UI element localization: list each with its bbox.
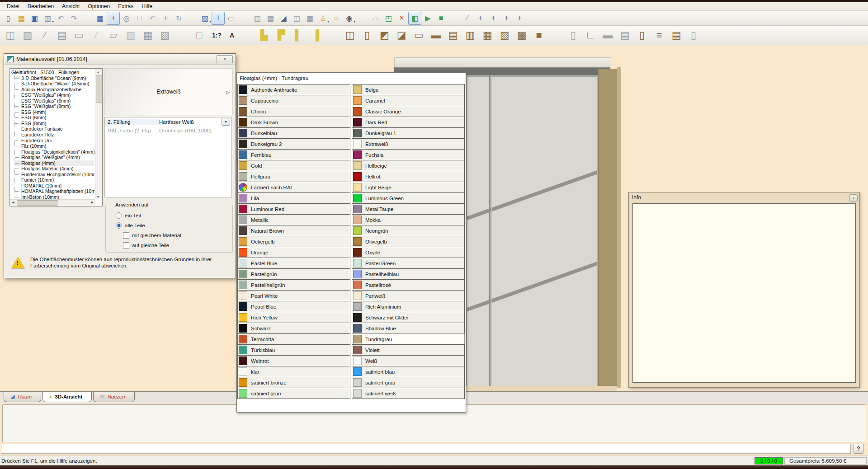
scroll-up-icon[interactable]: ▲ — [95, 69, 101, 75]
toolbar-button[interactable]: ■ — [434, 12, 448, 25]
color-option[interactable]: klar — [237, 366, 350, 377]
toolbar-button[interactable]: ♙ ▾ — [316, 12, 330, 25]
toolbar-button[interactable]: + — [159, 12, 172, 25]
color-option[interactable]: Authentic Anthracite — [237, 84, 350, 95]
color-option[interactable]: Neongrün — [352, 225, 465, 236]
color-option[interactable]: Gold — [237, 160, 350, 171]
tree-item[interactable]: ESG (4mm) — [14, 109, 94, 115]
color-option[interactable]: Dark Brown — [237, 117, 350, 128]
toolbar-button[interactable]: ▧ — [496, 27, 513, 44]
color-option[interactable]: Luminous Red — [237, 203, 350, 215]
color-option[interactable]: Dunkelblau — [237, 127, 350, 139]
tree-horizontal-scrollbar[interactable]: ◀ ▶ — [10, 199, 95, 206]
color-option[interactable]: Orange — [237, 247, 350, 258]
wardrobe-sliding-doors[interactable] — [466, 75, 599, 386]
color-option[interactable]: satiniert bronze — [237, 377, 350, 388]
toolbar-button[interactable]: ▨ — [19, 27, 36, 44]
wardrobe-side-panel[interactable] — [598, 69, 618, 387]
toolbar-button[interactable]: ↷ — [67, 12, 80, 25]
color-option[interactable]: Tundragrau — [352, 333, 465, 345]
toolbar-button[interactable]: ↻ — [172, 12, 185, 25]
toolbar-button[interactable]: ◩ — [376, 27, 393, 44]
toolbar-button[interactable]: + — [513, 12, 526, 25]
color-option[interactable]: Shadow Blue — [352, 323, 465, 334]
toolbar-button[interactable]: ∕ — [461, 12, 474, 25]
material-preview[interactable]: Extraweiß ▷ — [104, 68, 233, 115]
menu-item[interactable]: Datei — [3, 3, 24, 10]
color-option[interactable]: Weinrot — [237, 355, 350, 366]
color-option[interactable]: Rich Yellow — [237, 312, 350, 323]
toolbar-button[interactable]: ▧ — [156, 27, 174, 44]
toolbar-button[interactable]: ▯ — [359, 27, 376, 44]
dropdown-arrow-icon[interactable]: ▾ — [354, 19, 355, 23]
toolbar-button[interactable]: ◫ — [2, 27, 19, 44]
property-value[interactable]: Hartfaser Weiß — [159, 119, 222, 125]
tree-item[interactable]: Furnier (10mm) — [14, 177, 94, 183]
toolbar-button[interactable]: ▤ — [616, 27, 633, 44]
toolbar-button[interactable]: ▶ — [421, 12, 434, 25]
toolbar-button[interactable]: 1:? — [208, 27, 226, 44]
color-option[interactable]: Petrol Blue — [237, 301, 350, 312]
toolbar-button[interactable]: ∕ — [88, 27, 105, 44]
tree-item[interactable]: Floatglas "Weißglas" (4mm) — [14, 155, 94, 160]
toolbar-button[interactable]: ▐ — [307, 27, 324, 44]
toolbar-button[interactable]: ∟ — [582, 27, 599, 44]
dropdown-arrow-icon[interactable]: ▾ — [327, 19, 329, 23]
color-option[interactable]: Dark Red — [352, 117, 465, 128]
view-tab[interactable]: ◪ Raum — [4, 392, 41, 402]
color-option[interactable]: Hellrot — [352, 171, 465, 182]
toolbar-button[interactable]: □ — [133, 12, 146, 25]
toolbar-button[interactable]: ▬ — [427, 27, 444, 44]
toolbar-button[interactable] — [324, 27, 341, 44]
toolbar-button[interactable]: ∕ — [36, 27, 53, 44]
scrollbar-thumb[interactable] — [17, 200, 58, 206]
view-tab[interactable]: ▤ Notizen — [93, 392, 134, 402]
scroll-right-icon[interactable]: ▶ — [90, 200, 95, 205]
checkbox-row[interactable]: mit gleichem Material — [123, 232, 227, 239]
color-option[interactable]: Mokka — [352, 214, 465, 225]
color-option[interactable]: Violett — [352, 344, 465, 356]
color-option[interactable]: Pastellrosé — [352, 279, 465, 291]
color-option[interactable]: Weiß — [352, 355, 465, 366]
tree-item[interactable]: HOMAPAL (10mm) — [14, 183, 94, 189]
toolbar-button[interactable]: ▭ — [410, 27, 427, 44]
info-titlebar[interactable]: Info — [629, 192, 859, 202]
color-option[interactable]: Pastellhellgrün — [237, 279, 350, 291]
toolbar-button[interactable]: ▦ — [94, 12, 107, 25]
checkbox-icon[interactable] — [123, 232, 129, 239]
toolbar-button[interactable]: ▦ — [139, 27, 156, 44]
color-option[interactable]: Choco — [237, 106, 350, 117]
color-option[interactable]: Classic Orange — [352, 106, 465, 117]
color-option[interactable]: Cappuccino — [237, 95, 350, 106]
color-option[interactable]: Pearl White — [237, 290, 350, 301]
radio-icon[interactable] — [116, 222, 122, 229]
tree-root[interactable]: Gleittürfront - S1500 - Füllungen — [11, 70, 94, 75]
toolbar-button[interactable]: □ — [191, 27, 208, 44]
toolbar-button[interactable]: ▥ ▾ — [41, 12, 54, 25]
view-tab[interactable]: + 3D-Ansicht — [42, 392, 92, 402]
color-option[interactable]: Metallic — [237, 214, 350, 225]
toolbar-button[interactable]: ↶ — [146, 12, 159, 25]
color-option[interactable]: Türkisblau — [237, 344, 350, 356]
color-option[interactable]: Extraweiß — [352, 138, 465, 150]
scrollbar-thumb[interactable] — [96, 75, 102, 103]
toolbar-button[interactable]: ▦ — [303, 12, 316, 25]
toolbar-button[interactable]: ▯ — [2, 12, 15, 25]
menu-item[interactable]: Optionen — [84, 3, 114, 10]
toolbar-button[interactable]: ▌ — [290, 27, 307, 44]
color-option[interactable]: Ockergelb — [237, 236, 350, 247]
radio-row[interactable]: alle Teile — [116, 222, 227, 229]
toolbar-button[interactable] — [238, 12, 251, 25]
color-option[interactable]: Lila — [237, 192, 350, 204]
tree-item[interactable]: ESG (6mm) — [14, 115, 94, 121]
menu-item[interactable]: Bearbeiten — [24, 3, 58, 10]
toolbar-button[interactable]: ▛ — [273, 27, 290, 44]
help-button[interactable]: ? — [854, 444, 863, 454]
color-option[interactable]: Perlweiß — [352, 290, 465, 301]
close-button[interactable]: × — [217, 55, 233, 63]
toolbar-button[interactable]: ▣ — [28, 12, 41, 25]
toolbar-button[interactable]: ▯ — [685, 27, 702, 44]
color-option[interactable]: Pastel Green — [352, 258, 465, 269]
toolbar-button[interactable]: ◎ — [120, 12, 133, 25]
tree-item[interactable]: Floatglas (4mm) — [14, 160, 94, 166]
